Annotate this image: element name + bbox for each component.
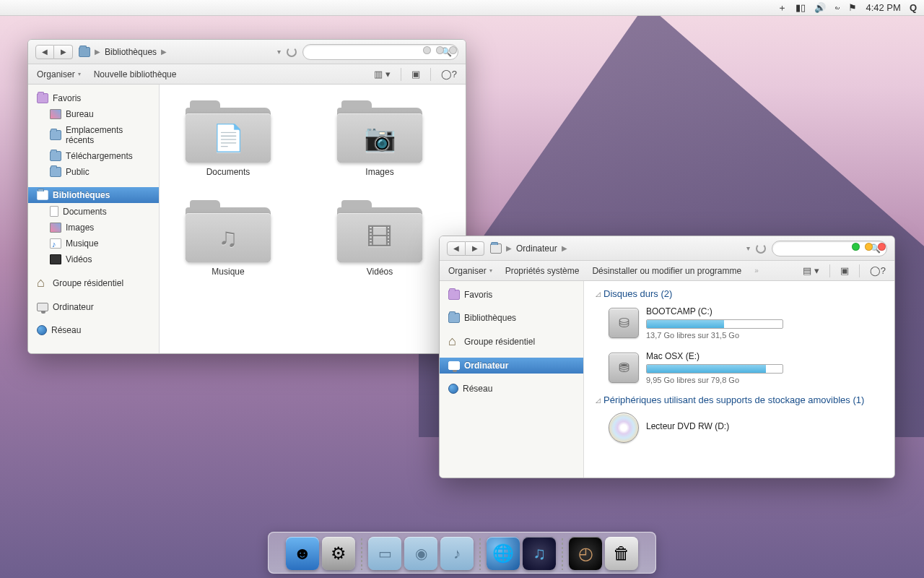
close-button[interactable] <box>449 46 457 54</box>
section-removable[interactable]: ◿Périphériques utilisant des supports de… <box>590 392 889 408</box>
battery-icon[interactable]: ▮▯ <box>796 2 806 13</box>
history-dropdown-icon[interactable]: ▾ <box>746 244 750 252</box>
sidebar-item-downloads[interactable]: Téléchargements <box>28 148 159 164</box>
menubar-clock[interactable]: 4:42 PM <box>866 2 900 13</box>
sidebar-network[interactable]: Réseau <box>440 381 583 397</box>
close-button[interactable] <box>878 243 886 251</box>
folder-music[interactable]: ♫ Musique <box>174 199 282 277</box>
organize-menu[interactable]: Organiser▾ <box>37 69 81 79</box>
sidebar-item-desktop[interactable]: Bureau <box>28 106 159 122</box>
wifi-icon[interactable]: ⧜ <box>834 2 840 13</box>
dvd-icon <box>609 413 639 443</box>
separator <box>401 68 401 81</box>
help-button[interactable]: ◯? <box>441 69 457 79</box>
dock-folder-music[interactable]: ♪ <box>440 537 474 570</box>
breadcrumb[interactable]: ▶ Bibliothèques ▶ <box>79 47 167 57</box>
folder-label: Musique <box>212 267 244 277</box>
music-icon <box>50 238 61 249</box>
dock-itunes[interactable]: ♫ <box>523 537 556 570</box>
new-library-label: Nouvelle bibliothèque <box>94 69 177 79</box>
minimize-button[interactable] <box>852 243 860 251</box>
chevron-right-icon[interactable]: ▶ <box>562 244 567 252</box>
add-menu-icon[interactable]: ＋ <box>777 1 787 14</box>
view-mode-button[interactable]: ▤ ▾ <box>803 265 819 276</box>
organize-menu[interactable]: Organiser▾ <box>448 266 492 276</box>
minimize-button[interactable] <box>423 46 431 54</box>
dock-safari[interactable]: 🌐 <box>487 537 520 570</box>
sidebar-computer[interactable]: Ordinateur <box>28 299 159 315</box>
menubar: ＋ ▮▯ 🔊 ⧜ ⚑ 4:42 PM Q <box>0 0 924 16</box>
system-properties-button[interactable]: Propriétés système <box>505 266 580 276</box>
dock-trash[interactable]: 🗑 <box>605 537 638 570</box>
view-mode-button[interactable]: ▥ ▾ <box>374 69 391 79</box>
sidebar-favorites[interactable]: Favoris <box>440 287 583 303</box>
breadcrumb[interactable]: ▶ Ordinateur ▶ <box>490 243 567 254</box>
maximize-button[interactable] <box>436 46 444 54</box>
preview-pane-button[interactable]: ▣ <box>411 69 420 79</box>
drive-usage-bar <box>646 319 783 329</box>
public-icon <box>50 167 61 177</box>
help-button[interactable]: ◯? <box>870 265 886 276</box>
chevron-right-icon[interactable]: ▶ <box>161 48 167 56</box>
sidebar-item-recent[interactable]: Emplacements récents <box>28 122 159 148</box>
home-icon <box>37 277 48 289</box>
home-icon <box>448 336 460 348</box>
preview-pane-button[interactable]: ▣ <box>840 265 849 276</box>
sidebar-item-label: Public <box>66 167 90 177</box>
new-library-button[interactable]: Nouvelle bibliothèque <box>94 69 177 79</box>
desktop-icon <box>50 109 61 119</box>
nav-back-button[interactable]: ◀ <box>35 45 54 59</box>
star-folder-icon <box>37 93 48 103</box>
document-icon <box>50 206 58 217</box>
sidebar-item-documents[interactable]: Documents <box>28 203 159 220</box>
chevron-right-icon: ▶ <box>506 244 512 252</box>
drive-name: Mac OSX (E:) <box>646 351 881 361</box>
volume-icon[interactable]: 🔊 <box>814 2 826 13</box>
flag-icon[interactable]: ⚑ <box>848 2 857 13</box>
section-label: Périphériques utilisant des supports de … <box>603 394 864 405</box>
hdd-icon: ⛃ <box>609 353 639 383</box>
sidebar-item-label: Ordinateur <box>53 302 94 312</box>
sidebar-homegroup[interactable]: Groupe résidentiel <box>440 333 583 350</box>
sidebar-computer[interactable]: Ordinateur <box>440 358 583 374</box>
drive-fill <box>647 365 766 373</box>
sidebar-item-videos[interactable]: Vidéos <box>28 251 159 267</box>
sidebar-item-music[interactable]: Musique <box>28 236 159 251</box>
separator <box>430 68 431 81</box>
dock-folder-images[interactable]: ◉ <box>404 537 437 570</box>
maximize-button[interactable] <box>865 243 873 251</box>
drive-bootcamp[interactable]: ⛁ BOOTCAMP (C:) 13,7 Go libres sur 31,5 … <box>590 302 889 347</box>
network-icon <box>37 325 47 335</box>
videos-folder-icon: 🎞 <box>337 199 422 262</box>
dock-finder[interactable]: ☻ <box>286 537 319 570</box>
uninstall-program-button[interactable]: Désinstaller ou modifier un programme <box>592 266 741 276</box>
refresh-icon[interactable] <box>756 243 766 254</box>
folder-images[interactable]: 📷 Images <box>326 99 434 177</box>
section-hard-drives[interactable]: ◿Disques durs (2) <box>590 285 889 302</box>
sidebar-favorites[interactable]: Favoris <box>28 90 159 106</box>
nav-forward-button[interactable]: ▶ <box>466 241 484 256</box>
dock-folder-documents[interactable]: ▭ <box>368 537 401 570</box>
sidebar-item-public[interactable]: Public <box>28 164 159 180</box>
sidebar-homegroup[interactable]: Groupe résidentiel <box>28 275 159 292</box>
nav-back-button[interactable]: ◀ <box>447 241 466 256</box>
nav-forward-button[interactable]: ▶ <box>54 45 73 59</box>
sidebar-libraries[interactable]: Bibliothèques <box>440 310 583 326</box>
folder-documents[interactable]: 📄 Documents <box>174 99 282 177</box>
sidebar-network[interactable]: Réseau <box>28 322 159 338</box>
spotlight-icon[interactable]: Q <box>910 2 917 13</box>
organize-label: Organiser <box>448 266 487 276</box>
nav-buttons: ◀ ▶ <box>35 45 73 59</box>
dock-dashboard[interactable]: ◴ <box>569 537 602 570</box>
history-dropdown-icon[interactable]: ▾ <box>277 48 281 56</box>
sidebar-libraries[interactable]: Bibliothèques <box>28 187 159 203</box>
refresh-icon[interactable] <box>287 47 297 57</box>
folder-label: Vidéos <box>367 267 393 277</box>
overflow-icon[interactable]: » <box>754 267 759 275</box>
dock-settings[interactable]: ⚙ <box>322 537 355 570</box>
sidebar-item-images[interactable]: Images <box>28 220 159 236</box>
drive-dvd[interactable]: Lecteur DVD RW (D:) <box>590 408 889 450</box>
drive-macosx[interactable]: ⛃ Mac OSX (E:) 9,95 Go libres sur 79,8 G… <box>590 347 889 392</box>
folder-videos[interactable]: 🎞 Vidéos <box>326 199 434 277</box>
images-folder-icon: 📷 <box>337 99 422 163</box>
